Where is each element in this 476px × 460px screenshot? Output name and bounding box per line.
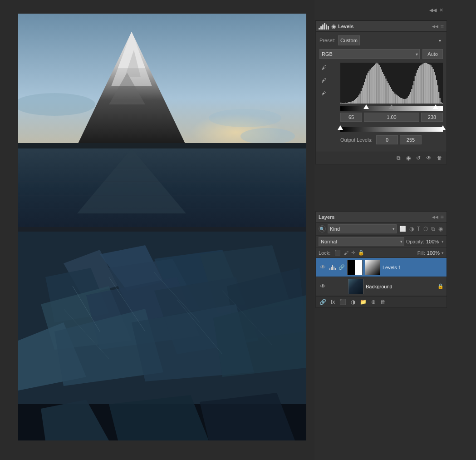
gray-eyedropper[interactable]: 🖋 [320, 76, 328, 84]
layers-panel-header: Layers ◀◀ ≡ [316, 212, 447, 223]
svg-rect-129 [436, 80, 437, 104]
layers-panel: Layers ◀◀ ≡ 🔍 Kind ⬜ ◑ T ⬡ ⧉ ◉ Normal [315, 211, 447, 308]
black-eyedropper[interactable]: 🖋 [320, 64, 328, 72]
fill-control: Fill: 100% ▾ [417, 250, 444, 256]
add-mask-btn[interactable]: ◑ [350, 298, 356, 306]
opacity-label: Opacity: [406, 239, 424, 244]
channel-select[interactable]: RGB [319, 49, 420, 59]
svg-rect-134 [442, 103, 443, 104]
reset-btn[interactable]: ↺ [415, 154, 422, 162]
lock-position-btn[interactable]: ✛ [351, 249, 356, 256]
svg-rect-72 [372, 67, 373, 104]
histogram-container [340, 63, 443, 104]
midtone-handle[interactable] [389, 104, 394, 109]
layer-item-background[interactable]: 👁 Background 🔒 [316, 277, 447, 296]
output-shadow-handle[interactable] [338, 125, 343, 130]
svg-rect-107 [411, 89, 412, 104]
svg-rect-112 [417, 70, 418, 104]
filter-text-btn[interactable]: T [416, 225, 421, 232]
opacity-dropdown-arrow[interactable]: ▾ [442, 239, 444, 244]
layers-collapse-btn[interactable]: ◀◀ [432, 215, 438, 219]
auto-button[interactable]: Auto [422, 49, 443, 59]
svg-rect-70 [369, 69, 370, 104]
input-highlight-value[interactable] [421, 113, 443, 122]
preset-select[interactable]: Custom [338, 35, 360, 45]
layer-styles-btn[interactable]: fx [330, 298, 336, 306]
levels1-name: Levels 1 [383, 265, 444, 270]
white-eyedropper[interactable]: 🖋 [320, 89, 328, 97]
levels1-mask-link[interactable]: 🔗 [339, 264, 345, 270]
output-highlight-value[interactable] [400, 135, 422, 144]
svg-rect-108 [412, 85, 413, 104]
clip-to-layer-btn[interactable]: ⧉ [395, 154, 402, 162]
filter-search-icon[interactable]: 🔍 [319, 225, 326, 232]
svg-rect-80 [381, 69, 382, 104]
svg-rect-117 [422, 64, 423, 104]
lock-icons: ⬛ 🖌 ✛ 🔒 [334, 249, 413, 256]
filter-toggle-btn[interactable]: ◉ [437, 225, 444, 232]
svg-rect-126 [432, 69, 433, 104]
delete-layer-btn[interactable]: 🗑 [379, 298, 387, 306]
filter-kind-select[interactable]: Kind [328, 224, 397, 233]
background-visibility[interactable]: 👁 [319, 282, 327, 291]
levels-panel-icon [319, 23, 329, 30]
filter-type-icons: ⬜ ◑ T ⬡ ⧉ ◉ [398, 225, 444, 232]
input-shadow-value[interactable] [340, 113, 362, 122]
new-layer-btn[interactable]: ⊕ [370, 298, 377, 306]
top-close-icon[interactable]: ✕ [439, 7, 443, 13]
svg-rect-113 [418, 68, 419, 104]
layers-panel-title: Layers [319, 214, 334, 220]
output-shadow-value[interactable] [376, 135, 398, 144]
input-midtone-value[interactable] [364, 113, 419, 122]
svg-rect-17 [18, 227, 306, 232]
properties-panel-header: ◉ Levels ◀◀ ≡ [316, 21, 447, 32]
output-highlight-handle[interactable] [440, 125, 446, 130]
svg-rect-85 [387, 81, 388, 104]
layers-menu-btn[interactable]: ≡ [440, 213, 444, 220]
filter-adjustment-btn[interactable]: ◑ [408, 225, 415, 232]
eyedroppers-column: 🖋 🖋 🖋 [319, 63, 329, 148]
svg-rect-90 [392, 91, 393, 104]
properties-collapse-btn[interactable]: ◀◀ [432, 24, 438, 29]
filter-smart-btn[interactable]: ⧉ [430, 225, 436, 232]
levels-visibility-toggle[interactable]: ◉ [331, 23, 336, 30]
svg-rect-109 [413, 81, 414, 104]
blend-mode-select[interactable]: Normal [319, 237, 404, 246]
blend-mode-row: Normal Opacity: 100% ▾ [316, 236, 447, 248]
svg-rect-47 [344, 103, 344, 104]
delete-btn[interactable]: 🗑 [436, 154, 444, 162]
fill-dropdown-arrow[interactable]: ▾ [442, 251, 444, 255]
black-point-handle[interactable] [363, 104, 369, 109]
svg-rect-94 [397, 95, 397, 104]
svg-rect-64 [363, 85, 364, 104]
fill-value[interactable]: 100% [427, 250, 440, 256]
svg-rect-71 [371, 68, 372, 104]
levels1-visibility[interactable]: 👁 [319, 263, 327, 272]
opacity-value[interactable]: 100% [426, 239, 440, 244]
svg-rect-51 [348, 102, 349, 104]
white-point-handle[interactable] [433, 104, 438, 109]
svg-rect-88 [390, 87, 391, 104]
toggle-visibility-btn[interactable]: 👁 [425, 154, 433, 162]
filter-shape-btn[interactable]: ⬡ [422, 225, 429, 232]
link-layers-btn[interactable]: 🔗 [319, 298, 327, 306]
levels1-thumbnail [347, 260, 363, 275]
collapse-icon[interactable]: ◀◀ [429, 7, 437, 13]
lock-image-btn[interactable]: 🖌 [343, 250, 349, 256]
svg-rect-49 [346, 103, 347, 104]
layer-item-levels1[interactable]: 👁 🔗 Levels 1 [316, 258, 447, 277]
new-fill-layer-btn[interactable]: ⬛ [339, 298, 347, 306]
filter-pixel-btn[interactable]: ⬜ [398, 225, 407, 232]
svg-rect-74 [374, 65, 375, 104]
lock-all-btn[interactable]: 🔒 [358, 249, 365, 256]
svg-rect-101 [404, 99, 405, 104]
properties-panel-toolbar: ⧉ ◉ ↺ 👁 🗑 [316, 152, 447, 164]
background-type-icon [329, 283, 336, 290]
svg-rect-77 [378, 64, 378, 104]
lock-transparent-btn[interactable]: ⬛ [334, 249, 341, 256]
new-group-btn[interactable]: 📁 [359, 298, 368, 306]
svg-rect-124 [430, 65, 431, 104]
svg-rect-56 [354, 100, 355, 104]
view-previous-btn[interactable]: ◉ [405, 154, 412, 162]
properties-menu-btn[interactable]: ≡ [440, 23, 444, 30]
